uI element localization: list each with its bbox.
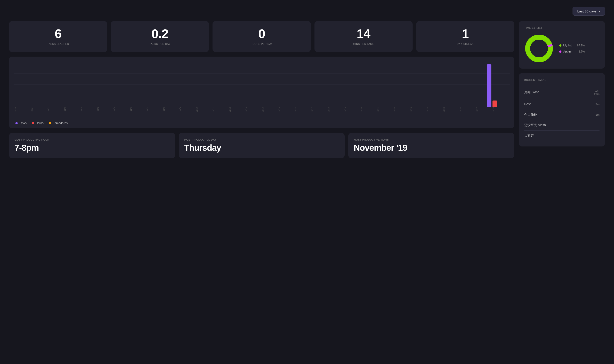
chart-area — [14, 62, 510, 107]
stat-card-1: 0.2 TASKS PER DAY — [111, 21, 209, 52]
productive-label-2: MOST PRODUCTIVE MONTH — [354, 138, 509, 141]
x-axis-label: 11/12 — [229, 107, 245, 113]
x-axis-label: 11/18 — [327, 107, 344, 113]
chevron-down-icon: ▾ — [599, 10, 600, 13]
stat-cards-row: 6 TASKS SLASHED 0.2 TASKS PER DAY 0 HOUR… — [9, 21, 514, 52]
main-layout: 6 TASKS SLASHED 0.2 TASKS PER DAY 0 HOUR… — [9, 21, 605, 158]
x-axis-label: 11/26 — [460, 107, 476, 113]
donut-legend: My list 97.3% Appinn 2.7% — [559, 44, 585, 53]
x-axis-label: 11/8 — [163, 107, 179, 111]
stat-card-0: 6 TASKS SLASHED — [9, 21, 107, 52]
task-time-0: 1hr19m — [594, 89, 600, 96]
productive-label-1: MOST PRODUCTIVE DAY — [184, 138, 339, 141]
chart-legend-item: Hours — [32, 121, 43, 125]
x-axis-label: 11/9 — [179, 107, 196, 111]
x-axis-label: 11/24 — [426, 107, 443, 113]
productive-value-2: November '19 — [354, 143, 509, 153]
donut-legend-item-0: My list 97.3% — [559, 44, 585, 47]
x-axis-label: 11/20 — [360, 107, 377, 113]
x-axis-label: 11/17 — [311, 107, 327, 113]
x-axis-label: 11/3 — [81, 107, 97, 111]
stat-value-3: 14 — [357, 27, 370, 40]
donut-legend-name: Appinn — [563, 50, 573, 53]
left-column: 6 TASKS SLASHED 0.2 TASKS PER DAY 0 HOUR… — [9, 21, 514, 158]
x-axis-label: 11/15 — [278, 107, 295, 113]
legend-label: Tasks — [19, 121, 27, 125]
biggest-tasks-title: BIGGEST TASKS — [524, 78, 600, 81]
x-axis-label: 11/14 — [262, 107, 278, 113]
task-name-0: 介绍 Slash — [524, 90, 539, 94]
productive-value-0: 7-8pm — [14, 143, 170, 153]
task-item-0: 介绍 Slash 1hr19m — [524, 86, 600, 99]
x-axis-label: 11/7 — [146, 107, 163, 111]
task-item-3: 还没写完 Slash — [524, 120, 600, 131]
x-axis-label: 11/19 — [344, 107, 361, 113]
stat-label-1: TASKS PER DAY — [149, 42, 170, 46]
productive-cards-row: MOST PRODUCTIVE HOUR 7-8pm MOST PRODUCTI… — [9, 133, 514, 158]
chart-legend-item: Tasks — [15, 121, 27, 125]
x-axis-labels: 10/3010/3111/111/211/311/411/511/611/711… — [14, 107, 510, 119]
x-axis-label: 11/1 — [47, 107, 64, 111]
stat-card-4: 1 DAY STREAK — [416, 21, 514, 52]
date-selector-label: Last 30 days — [577, 9, 597, 13]
donut-section: My list 97.3% Appinn 2.7% — [524, 34, 600, 63]
stat-label-3: MINS PER TASK — [353, 42, 374, 46]
donut-legend-name: My list — [563, 44, 572, 47]
task-name-3: 还没写完 Slash — [524, 123, 546, 127]
task-name-4: 大家好 — [524, 134, 534, 138]
chart-legend-item: Pomodoros — [49, 121, 68, 125]
chart-legend: Tasks Hours Pomodoros — [14, 121, 510, 125]
x-axis-label: 11/16 — [295, 107, 311, 113]
legend-dot — [15, 122, 18, 124]
donut-legend-pct: 97.3% — [577, 44, 585, 47]
x-axis-label: 11/5 — [113, 107, 130, 111]
stat-label-0: TASKS SLASHED — [47, 42, 69, 46]
legend-dot — [49, 122, 51, 124]
productive-value-1: Thursday — [184, 143, 339, 153]
task-list: 介绍 Slash 1hr19m Post 2m 今日任务 1m 还没写完 Sla… — [524, 86, 600, 141]
legend-label: Pomodoros — [53, 121, 68, 125]
x-axis-label: 10/30 — [14, 107, 31, 113]
x-axis-label: 11/28 — [492, 107, 509, 113]
x-axis-label: 11/4 — [97, 107, 113, 111]
stat-value-1: 0.2 — [151, 27, 168, 40]
stat-value-4: 1 — [462, 27, 469, 40]
donut-legend-dot — [559, 51, 561, 53]
svg-rect-5 — [487, 64, 491, 107]
x-axis-label: 11/25 — [443, 107, 460, 113]
date-selector[interactable]: Last 30 days ▾ — [573, 7, 605, 16]
productive-card-0: MOST PRODUCTIVE HOUR 7-8pm — [9, 133, 175, 158]
stat-value-0: 6 — [55, 27, 62, 40]
donut-legend-dot — [559, 44, 561, 47]
x-axis-label: 11/11 — [212, 107, 229, 113]
task-name-2: 今日任务 — [524, 113, 537, 117]
x-axis-label: 11/6 — [130, 107, 146, 111]
time-by-list-panel: TIME BY LIST My list 97.3% Appinn 2.7% — [519, 21, 605, 69]
task-item-2: 今日任务 1m — [524, 109, 600, 120]
donut-legend-item-1: Appinn 2.7% — [559, 50, 585, 53]
x-axis-label: 11/13 — [245, 107, 262, 113]
x-axis-label: 10/31 — [31, 107, 48, 113]
x-axis-label: 11/2 — [64, 107, 81, 111]
donut-legend-pct: 2.7% — [579, 50, 585, 53]
task-time-2: 1m — [595, 113, 600, 116]
svg-point-9 — [530, 40, 548, 57]
productive-label-0: MOST PRODUCTIVE HOUR — [14, 138, 170, 141]
time-by-list-title: TIME BY LIST — [524, 26, 600, 29]
legend-label: Hours — [36, 121, 43, 125]
stat-card-3: 14 MINS PER TASK — [314, 21, 413, 52]
stat-label-2: HOURS PER DAY — [251, 42, 273, 46]
x-axis-label: 11/21 — [377, 107, 394, 113]
chart-card: 10/3010/3111/111/211/311/411/511/611/711… — [9, 57, 514, 128]
right-column: TIME BY LIST My list 97.3% Appinn 2.7% — [519, 21, 605, 158]
task-time-1: 2m — [595, 103, 600, 106]
task-name-1: Post — [524, 102, 531, 106]
productive-card-2: MOST PRODUCTIVE MONTH November '19 — [348, 133, 514, 158]
task-item-4: 大家好 — [524, 131, 600, 141]
stat-value-2: 0 — [258, 27, 265, 40]
x-axis-label: 11/27 — [476, 107, 492, 113]
x-axis-label: 11/10 — [196, 107, 212, 113]
x-axis-label: 11/22 — [394, 107, 410, 113]
biggest-tasks-panel: BIGGEST TASKS 介绍 Slash 1hr19m Post 2m 今日… — [519, 73, 605, 146]
svg-rect-6 — [492, 101, 497, 107]
